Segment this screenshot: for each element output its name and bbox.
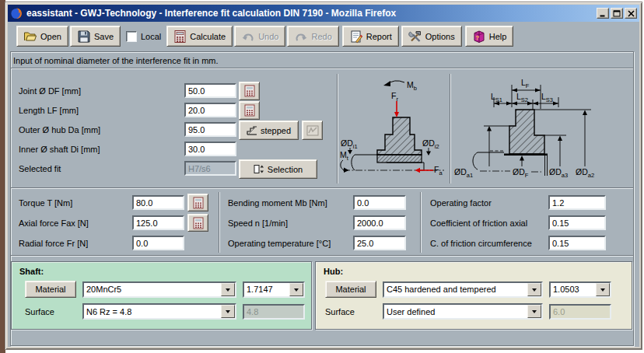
operating-temperature-label: Operating temperature [°C] <box>228 239 331 248</box>
label-ls3: LS3 <box>541 92 553 103</box>
divider <box>219 192 220 253</box>
hub-material-button[interactable]: Material <box>325 281 376 298</box>
stepped-label: stepped <box>261 126 291 135</box>
options-button[interactable]: Options <box>401 26 462 47</box>
hub-surface-label: Surface <box>325 307 376 316</box>
stepped-icon <box>247 126 257 135</box>
selection-button[interactable]: Selection <box>239 159 317 179</box>
stepped-button[interactable]: stepped <box>239 121 299 140</box>
chart-button[interactable] <box>302 121 323 140</box>
options-icon <box>408 30 422 44</box>
label-da3: ØDa3 <box>549 167 568 179</box>
help-button[interactable]: ? Help <box>465 26 514 47</box>
length-label: Length LF [mm] <box>19 106 79 115</box>
friction-axial-input[interactable] <box>548 215 606 230</box>
label-da1: ØDa1 <box>454 167 473 179</box>
hub-material-number-value: 1.0503 <box>551 284 596 295</box>
divider <box>11 187 633 189</box>
help-label: Help <box>489 32 507 41</box>
shaft-material-value: 20MnCr5 <box>84 284 221 295</box>
calculate-button[interactable]: Calculate <box>166 26 233 47</box>
hub-material-select[interactable]: C45 hardened and tempered <box>383 281 543 298</box>
inner-shaft-label: Inner Ø shaft Di [mm] <box>19 145 100 154</box>
chevron-down-icon[interactable] <box>596 283 610 296</box>
divider <box>11 255 633 257</box>
open-icon <box>23 30 37 44</box>
hub-surface-value: User defined <box>384 306 527 317</box>
chevron-down-icon[interactable] <box>289 283 303 296</box>
radial-force-label: Radial force Fr [N] <box>19 239 88 248</box>
chevron-down-icon[interactable] <box>527 283 541 296</box>
shaft-material-select[interactable]: 20MnCr5 <box>82 281 236 298</box>
force-diagram: Mb Fr ØDi1 ØDi2 Mt Fa <box>340 73 447 185</box>
divider <box>450 74 451 183</box>
joint-diameter-label: Joint Ø DF [mm] <box>19 86 81 96</box>
shaft-surface-value: N6 Rz = 4.8 <box>84 306 221 317</box>
bending-moment-input[interactable] <box>353 195 406 210</box>
label-lf: LF <box>521 78 530 89</box>
outer-hub-label: Outer Ø hub Da [mm] <box>19 125 100 135</box>
open-button[interactable]: Open <box>16 26 68 47</box>
label-di1: ØDi1 <box>341 138 358 150</box>
label-ls2: LS2 <box>516 92 528 103</box>
options-label: Options <box>425 32 455 41</box>
speed-label: Speed n [1/min] <box>228 218 288 228</box>
friction-circumference-input[interactable] <box>548 236 606 250</box>
length-calc-button[interactable] <box>239 101 260 120</box>
hub-surface-select[interactable]: User defined <box>383 303 543 320</box>
local-option: Local <box>126 26 161 47</box>
toolbar: Open Save Local <box>16 26 513 47</box>
torque-input[interactable] <box>132 195 184 210</box>
chevron-down-icon[interactable] <box>221 283 235 296</box>
local-label: Local <box>141 32 161 41</box>
minimize-button[interactable] <box>597 8 609 19</box>
label-mt: Mt <box>340 150 349 162</box>
shaft-material-number-value: 1.7147 <box>244 284 289 295</box>
axial-force-calc-button[interactable] <box>187 214 208 232</box>
redo-button[interactable]: Redo <box>287 26 338 47</box>
selection-label: Selection <box>268 165 303 174</box>
torque-label: Torque T [Nm] <box>19 198 72 208</box>
axial-force-input[interactable] <box>132 215 184 230</box>
save-icon <box>77 30 91 44</box>
label-fa: Fa <box>434 165 443 176</box>
hub-material-number-select[interactable]: 1.0503 <box>549 281 611 298</box>
maximize-icon <box>613 10 621 17</box>
calculator-icon <box>244 85 255 97</box>
joint-diameter-input[interactable] <box>184 83 236 98</box>
torque-calc-button[interactable] <box>187 194 208 211</box>
shaft-panel: Shaft: Material 20MnCr5 1.7147 Surface N… <box>11 261 312 330</box>
report-button[interactable]: Report <box>342 26 399 47</box>
inner-shaft-input[interactable] <box>184 142 236 156</box>
operating-temperature-input[interactable] <box>353 236 406 250</box>
info-text: Input of nominal diameter of the interfe… <box>13 56 219 65</box>
undo-button[interactable]: Undo <box>234 26 285 47</box>
chevron-down-icon[interactable] <box>527 305 541 318</box>
close-button[interactable] <box>625 8 637 19</box>
label-fr: Fr <box>391 91 398 103</box>
svg-text:?: ? <box>475 34 479 41</box>
maximize-button[interactable] <box>611 8 623 19</box>
shaft-surface-select[interactable]: N6 Rz = 4.8 <box>82 303 236 320</box>
local-checkbox[interactable] <box>126 31 137 42</box>
undo-icon <box>241 30 255 43</box>
hub-roughness-input: 6.0 <box>549 304 611 320</box>
selected-fit-input <box>184 161 236 176</box>
outer-hub-input[interactable] <box>184 122 236 137</box>
save-button[interactable]: Save <box>70 26 121 47</box>
radial-force-input[interactable] <box>132 236 184 250</box>
hub-panel: Hub: Material C45 hardened and tempered … <box>315 261 632 330</box>
chevron-down-icon[interactable] <box>221 305 235 318</box>
length-input[interactable] <box>184 103 236 117</box>
calculate-label: Calculate <box>190 32 226 41</box>
selection-icon <box>254 164 264 174</box>
undo-label: Undo <box>258 32 278 41</box>
joint-diameter-calc-button[interactable] <box>239 82 260 100</box>
operating-factor-input[interactable] <box>548 195 606 210</box>
speed-input[interactable] <box>353 215 406 230</box>
shaft-material-button[interactable]: Material <box>25 281 76 298</box>
label-df: ØDF <box>513 167 529 179</box>
chart-icon <box>306 125 319 136</box>
label-mb: Mb <box>407 80 417 92</box>
shaft-material-number-select[interactable]: 1.7147 <box>243 281 305 298</box>
